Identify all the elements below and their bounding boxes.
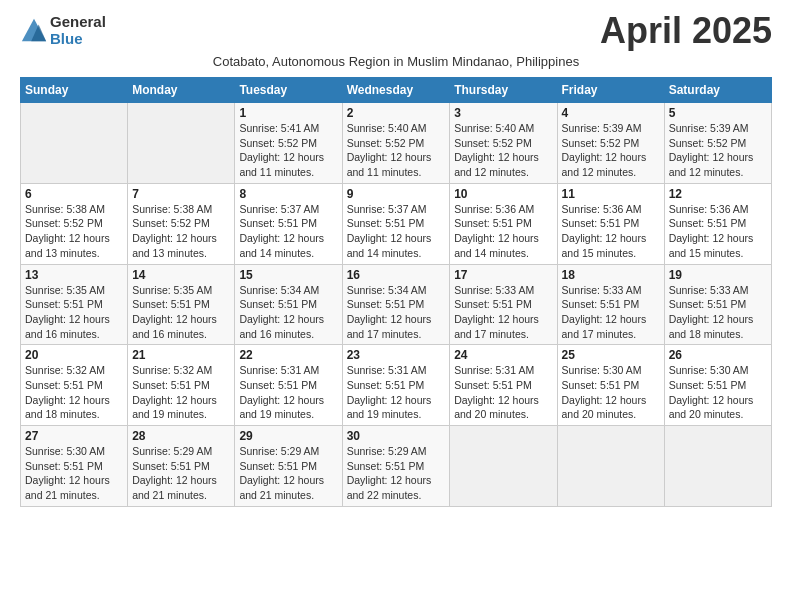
sunrise-text: Sunrise: 5:38 AM — [25, 203, 105, 215]
daylight-text: Daylight: 12 hours and 17 minutes. — [454, 313, 539, 340]
sunset-text: Sunset: 5:51 PM — [669, 217, 747, 229]
calendar-cell — [664, 426, 771, 507]
sunrise-text: Sunrise: 5:29 AM — [132, 445, 212, 457]
day-number: 3 — [454, 106, 552, 120]
calendar-cell: 28Sunrise: 5:29 AMSunset: 5:51 PMDayligh… — [128, 426, 235, 507]
day-info: Sunrise: 5:32 AMSunset: 5:51 PMDaylight:… — [25, 363, 123, 422]
logo-blue: Blue — [50, 31, 106, 48]
day-number: 27 — [25, 429, 123, 443]
day-number: 23 — [347, 348, 446, 362]
sunrise-text: Sunrise: 5:41 AM — [239, 122, 319, 134]
header-wednesday: Wednesday — [342, 78, 450, 103]
sunset-text: Sunset: 5:51 PM — [132, 379, 210, 391]
day-info: Sunrise: 5:33 AMSunset: 5:51 PMDaylight:… — [454, 283, 552, 342]
header-sunday: Sunday — [21, 78, 128, 103]
calendar-cell: 6Sunrise: 5:38 AMSunset: 5:52 PMDaylight… — [21, 183, 128, 264]
daylight-text: Daylight: 12 hours and 18 minutes. — [25, 394, 110, 421]
sunset-text: Sunset: 5:52 PM — [454, 137, 532, 149]
daylight-text: Daylight: 12 hours and 21 minutes. — [239, 474, 324, 501]
sunrise-text: Sunrise: 5:32 AM — [132, 364, 212, 376]
daylight-text: Daylight: 12 hours and 16 minutes. — [239, 313, 324, 340]
sunrise-text: Sunrise: 5:39 AM — [562, 122, 642, 134]
calendar-cell: 13Sunrise: 5:35 AMSunset: 5:51 PMDayligh… — [21, 264, 128, 345]
day-number: 13 — [25, 268, 123, 282]
calendar-cell: 24Sunrise: 5:31 AMSunset: 5:51 PMDayligh… — [450, 345, 557, 426]
calendar-cell: 16Sunrise: 5:34 AMSunset: 5:51 PMDayligh… — [342, 264, 450, 345]
calendar-cell: 8Sunrise: 5:37 AMSunset: 5:51 PMDaylight… — [235, 183, 342, 264]
daylight-text: Daylight: 12 hours and 15 minutes. — [669, 232, 754, 259]
day-info: Sunrise: 5:36 AMSunset: 5:51 PMDaylight:… — [454, 202, 552, 261]
day-number: 22 — [239, 348, 337, 362]
daylight-text: Daylight: 12 hours and 19 minutes. — [239, 394, 324, 421]
sunset-text: Sunset: 5:51 PM — [25, 298, 103, 310]
page-container: General Blue April 2025 Cotabato, Autono… — [20, 10, 772, 507]
logo-text: General Blue — [50, 14, 106, 47]
sunset-text: Sunset: 5:51 PM — [562, 379, 640, 391]
day-number: 17 — [454, 268, 552, 282]
daylight-text: Daylight: 12 hours and 20 minutes. — [562, 394, 647, 421]
day-number: 9 — [347, 187, 446, 201]
day-number: 5 — [669, 106, 767, 120]
calendar-cell: 14Sunrise: 5:35 AMSunset: 5:51 PMDayligh… — [128, 264, 235, 345]
day-number: 6 — [25, 187, 123, 201]
calendar-cell: 27Sunrise: 5:30 AMSunset: 5:51 PMDayligh… — [21, 426, 128, 507]
daylight-text: Daylight: 12 hours and 17 minutes. — [347, 313, 432, 340]
sunrise-text: Sunrise: 5:29 AM — [347, 445, 427, 457]
sunset-text: Sunset: 5:51 PM — [562, 217, 640, 229]
header-thursday: Thursday — [450, 78, 557, 103]
day-info: Sunrise: 5:40 AMSunset: 5:52 PMDaylight:… — [347, 121, 446, 180]
subtitle: Cotabato, Autonomous Region in Muslim Mi… — [20, 54, 772, 69]
sunset-text: Sunset: 5:51 PM — [25, 379, 103, 391]
day-number: 20 — [25, 348, 123, 362]
sunset-text: Sunset: 5:51 PM — [454, 217, 532, 229]
header-saturday: Saturday — [664, 78, 771, 103]
day-info: Sunrise: 5:36 AMSunset: 5:51 PMDaylight:… — [562, 202, 660, 261]
sunrise-text: Sunrise: 5:36 AM — [669, 203, 749, 215]
calendar-cell: 4Sunrise: 5:39 AMSunset: 5:52 PMDaylight… — [557, 103, 664, 184]
sunset-text: Sunset: 5:51 PM — [239, 379, 317, 391]
sunrise-text: Sunrise: 5:36 AM — [454, 203, 534, 215]
day-info: Sunrise: 5:30 AMSunset: 5:51 PMDaylight:… — [25, 444, 123, 503]
daylight-text: Daylight: 12 hours and 20 minutes. — [454, 394, 539, 421]
sunrise-text: Sunrise: 5:30 AM — [562, 364, 642, 376]
sunset-text: Sunset: 5:52 PM — [132, 217, 210, 229]
calendar-cell: 29Sunrise: 5:29 AMSunset: 5:51 PMDayligh… — [235, 426, 342, 507]
sunrise-text: Sunrise: 5:40 AM — [454, 122, 534, 134]
day-info: Sunrise: 5:41 AMSunset: 5:52 PMDaylight:… — [239, 121, 337, 180]
day-number: 19 — [669, 268, 767, 282]
daylight-text: Daylight: 12 hours and 11 minutes. — [347, 151, 432, 178]
day-info: Sunrise: 5:37 AMSunset: 5:51 PMDaylight:… — [347, 202, 446, 261]
day-info: Sunrise: 5:36 AMSunset: 5:51 PMDaylight:… — [669, 202, 767, 261]
daylight-text: Daylight: 12 hours and 12 minutes. — [669, 151, 754, 178]
sunrise-text: Sunrise: 5:34 AM — [347, 284, 427, 296]
days-row: Sunday Monday Tuesday Wednesday Thursday… — [21, 78, 772, 103]
month-title: April 2025 — [600, 10, 772, 52]
sunset-text: Sunset: 5:51 PM — [454, 298, 532, 310]
day-info: Sunrise: 5:30 AMSunset: 5:51 PMDaylight:… — [669, 363, 767, 422]
header: General Blue April 2025 — [20, 10, 772, 52]
calendar-cell: 3Sunrise: 5:40 AMSunset: 5:52 PMDaylight… — [450, 103, 557, 184]
calendar-cell — [21, 103, 128, 184]
day-info: Sunrise: 5:32 AMSunset: 5:51 PMDaylight:… — [132, 363, 230, 422]
day-info: Sunrise: 5:31 AMSunset: 5:51 PMDaylight:… — [239, 363, 337, 422]
sunset-text: Sunset: 5:52 PM — [25, 217, 103, 229]
day-info: Sunrise: 5:40 AMSunset: 5:52 PMDaylight:… — [454, 121, 552, 180]
calendar-cell — [450, 426, 557, 507]
calendar-header: Sunday Monday Tuesday Wednesday Thursday… — [21, 78, 772, 103]
day-info: Sunrise: 5:39 AMSunset: 5:52 PMDaylight:… — [669, 121, 767, 180]
calendar-body: 1Sunrise: 5:41 AMSunset: 5:52 PMDaylight… — [21, 103, 772, 507]
sunrise-text: Sunrise: 5:37 AM — [347, 203, 427, 215]
sunrise-text: Sunrise: 5:34 AM — [239, 284, 319, 296]
sunrise-text: Sunrise: 5:40 AM — [347, 122, 427, 134]
sunrise-text: Sunrise: 5:35 AM — [25, 284, 105, 296]
sunrise-text: Sunrise: 5:33 AM — [562, 284, 642, 296]
sunset-text: Sunset: 5:52 PM — [239, 137, 317, 149]
daylight-text: Daylight: 12 hours and 15 minutes. — [562, 232, 647, 259]
sunrise-text: Sunrise: 5:30 AM — [25, 445, 105, 457]
sunset-text: Sunset: 5:51 PM — [347, 460, 425, 472]
sunrise-text: Sunrise: 5:38 AM — [132, 203, 212, 215]
sunset-text: Sunset: 5:52 PM — [347, 137, 425, 149]
sunset-text: Sunset: 5:51 PM — [347, 217, 425, 229]
day-info: Sunrise: 5:38 AMSunset: 5:52 PMDaylight:… — [132, 202, 230, 261]
calendar-cell: 2Sunrise: 5:40 AMSunset: 5:52 PMDaylight… — [342, 103, 450, 184]
